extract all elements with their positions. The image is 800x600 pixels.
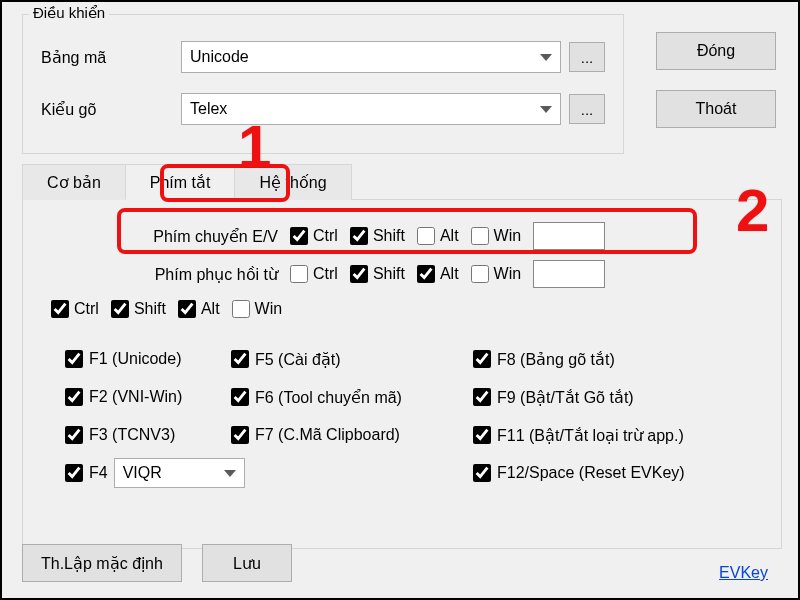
hotkey-ev-key-input[interactable] bbox=[533, 222, 605, 250]
f4-select[interactable]: VIQR bbox=[114, 458, 245, 488]
cb-f7[interactable] bbox=[231, 426, 249, 444]
tabs: Cơ bản Phím tắt Hệ thống Phím chuyển E/V… bbox=[22, 164, 782, 549]
exit-button[interactable]: Thoát bbox=[656, 90, 776, 128]
encoding-value: Unicode bbox=[190, 48, 249, 66]
encoding-more-button[interactable]: ... bbox=[569, 42, 605, 72]
tab-hotkey[interactable]: Phím tắt bbox=[125, 164, 236, 200]
hotkey-restore-shift[interactable]: Shift bbox=[350, 265, 405, 283]
chevron-down-icon bbox=[224, 470, 236, 477]
mod-ctrl[interactable]: Ctrl bbox=[51, 300, 99, 318]
close-button[interactable]: Đóng bbox=[656, 32, 776, 70]
typing-value: Telex bbox=[190, 100, 227, 118]
evkey-link[interactable]: EVKey bbox=[719, 564, 768, 582]
hotkey-restore-label: Phím phục hồi từ bbox=[128, 265, 278, 284]
encoding-select[interactable]: Unicode bbox=[181, 41, 561, 73]
hotkey-ev-shift[interactable]: Shift bbox=[350, 227, 405, 245]
control-groupbox: Điều khiển Bảng mã Unicode ... Kiểu gõ T… bbox=[22, 14, 624, 154]
mod-alt[interactable]: Alt bbox=[178, 300, 220, 318]
hotkey-restore-win[interactable]: Win bbox=[471, 265, 522, 283]
typing-more-button[interactable]: ... bbox=[569, 94, 605, 124]
cb-f1[interactable] bbox=[65, 350, 83, 368]
tab-body-hotkey: Phím chuyển E/V Ctrl Shift Alt Win Phím … bbox=[22, 199, 782, 549]
hotkey-restore-ctrl[interactable]: Ctrl bbox=[290, 265, 338, 283]
mod-shift[interactable]: Shift bbox=[111, 300, 166, 318]
hotkey-ev-win[interactable]: Win bbox=[471, 227, 522, 245]
hotkey-ev-alt[interactable]: Alt bbox=[417, 227, 459, 245]
control-group-label: Điều khiển bbox=[29, 4, 109, 22]
hotkey-ev-label: Phím chuyển E/V bbox=[128, 227, 278, 246]
cb-f4[interactable] bbox=[65, 464, 83, 482]
chevron-down-icon bbox=[540, 54, 552, 61]
tab-header: Cơ bản Phím tắt Hệ thống bbox=[22, 164, 782, 200]
cb-f11[interactable] bbox=[473, 426, 491, 444]
cb-f12[interactable] bbox=[473, 464, 491, 482]
cb-f8[interactable] bbox=[473, 350, 491, 368]
cb-f6[interactable] bbox=[231, 388, 249, 406]
mod-win[interactable]: Win bbox=[232, 300, 283, 318]
hotkey-restore-alt[interactable]: Alt bbox=[417, 265, 459, 283]
save-button[interactable]: Lưu bbox=[202, 544, 292, 582]
hotkey-restore-key-input[interactable] bbox=[533, 260, 605, 288]
chevron-down-icon bbox=[540, 106, 552, 113]
cb-f3[interactable] bbox=[65, 426, 83, 444]
cb-f9[interactable] bbox=[473, 388, 491, 406]
cb-f5[interactable] bbox=[231, 350, 249, 368]
evkey-settings-window: Điều khiển Bảng mã Unicode ... Kiểu gõ T… bbox=[0, 0, 800, 600]
typing-label: Kiểu gõ bbox=[41, 100, 181, 119]
tab-basic[interactable]: Cơ bản bbox=[22, 164, 126, 200]
tab-system[interactable]: Hệ thống bbox=[234, 164, 351, 200]
typing-select[interactable]: Telex bbox=[181, 93, 561, 125]
default-button[interactable]: Th.Lập mặc định bbox=[22, 544, 182, 582]
hotkey-ev-ctrl[interactable]: Ctrl bbox=[290, 227, 338, 245]
cb-f2[interactable] bbox=[65, 388, 83, 406]
encoding-label: Bảng mã bbox=[41, 48, 181, 67]
